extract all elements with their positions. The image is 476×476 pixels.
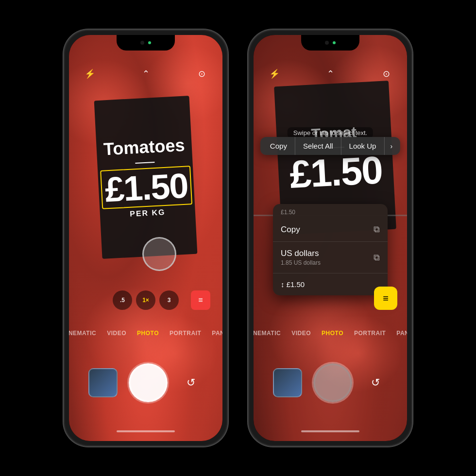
zoom-05-button[interactable]: .5: [113, 290, 132, 310]
dropdown-usd-label: US dollars: [281, 249, 374, 258]
live-text-symbol-1: ≡: [198, 296, 203, 305]
notch-mic-2: [333, 41, 336, 44]
dropdown-usd-item[interactable]: US dollars 1.85 US dollars ⧉: [273, 242, 388, 273]
mode-cinematic-1[interactable]: CINEMATIC: [69, 330, 96, 337]
price-outline-1: £1.50: [100, 166, 192, 209]
flip-button-2[interactable]: ↺: [363, 371, 388, 395]
live-text-badge-icon: ≡: [383, 293, 389, 304]
dropdown-convert-item[interactable]: ↕ £1.50: [273, 273, 388, 295]
live-text-badge-2[interactable]: ≡: [374, 287, 397, 310]
mode-pano-2[interactable]: PANO: [396, 330, 407, 337]
camera-top-controls-2: ⚡ ⌃ ⊙: [254, 62, 407, 86]
flash-button-1[interactable]: ⚡: [81, 65, 99, 83]
sign-price-1: £1.50: [104, 168, 188, 207]
flash-button-2[interactable]: ⚡: [266, 65, 283, 83]
camera-modes-2: CINEMATIC VIDEO PHOTO PORTRAIT PANO: [254, 330, 407, 337]
camera-bottom-1: ↺: [69, 363, 222, 402]
mode-pano-1[interactable]: PANO: [212, 330, 222, 337]
phone-2: Tomat £1.50 ⚡ ⌃ ⊙ Swipe or tap to select…: [248, 29, 413, 447]
flip-icon-1: ↺: [187, 376, 195, 389]
sign-unit-1: PER KG: [130, 208, 166, 219]
mode-photo-2[interactable]: PHOTO: [322, 330, 343, 337]
camera-viewfinder-1: Tomatoes £1.50 PER KG ⚡ ⌃: [69, 35, 222, 441]
zoom-1x-button[interactable]: 1×: [136, 290, 155, 310]
phone-1-screen: Tomatoes £1.50 PER KG ⚡ ⌃: [69, 35, 222, 441]
select-all-button[interactable]: Select All: [295, 137, 341, 155]
flip-icon-2: ↺: [371, 376, 380, 389]
phone-1: Tomatoes £1.50 PER KG ⚡ ⌃: [63, 29, 228, 447]
live-text-icon-1[interactable]: ≡: [191, 290, 210, 310]
copy-button[interactable]: Copy: [262, 137, 295, 155]
chevron-button-1[interactable]: ⌃: [137, 65, 154, 83]
notch-camera-1: [140, 41, 144, 45]
dropdown-copy-icon: ⧉: [374, 224, 380, 235]
settings-button-2[interactable]: ⊙: [377, 65, 395, 83]
dropdown-copy-text: Copy: [281, 225, 374, 235]
dropdown-convert-text: ↕ £1.50: [281, 280, 380, 289]
shutter-button-1[interactable]: [129, 363, 168, 402]
more-button[interactable]: ›: [384, 137, 398, 155]
camera-viewfinder-2: Tomat £1.50 ⚡ ⌃ ⊙ Swipe or tap to select…: [254, 35, 407, 441]
notch-2: [301, 35, 359, 51]
mode-cinematic-2[interactable]: CINEMATIC: [254, 330, 281, 337]
thumbnail-2[interactable]: [273, 368, 302, 397]
dropdown-copy-label: Copy: [281, 225, 374, 235]
settings-icon-1: ⊙: [198, 68, 205, 79]
look-up-button[interactable]: Look Up: [341, 137, 385, 155]
chevron-button-2[interactable]: ⌃: [322, 65, 339, 83]
zoom-3-button[interactable]: 3: [159, 290, 179, 310]
dropdown-panel: £1.50 Copy ⧉ US dollars 1.85 US dollars …: [273, 204, 388, 295]
shutter-button-2[interactable]: [313, 363, 352, 402]
mode-photo-1[interactable]: PHOTO: [137, 330, 159, 337]
dropdown-header: £1.50: [273, 204, 388, 218]
dropdown-convert-label: ↕ £1.50: [281, 280, 380, 289]
sign-price-2: £1.50: [289, 151, 383, 194]
context-menu-bar: Copy Select All Look Up ›: [260, 137, 400, 155]
camera-top-controls-1: ⚡ ⌃ ⊙: [69, 62, 222, 86]
dropdown-copy-item[interactable]: Copy ⧉: [273, 218, 388, 242]
camera-modes-1: CINEMATIC VIDEO PHOTO PORTRAIT PANO: [69, 330, 222, 337]
mode-video-2[interactable]: VIDEO: [291, 330, 311, 337]
notch-camera-2: [325, 41, 329, 45]
dropdown-usd-sub: 1.85 US dollars: [281, 259, 374, 266]
sign-title-1: Tomatoes: [103, 135, 185, 160]
notch-mic-1: [148, 41, 151, 44]
dropdown-usd-text: US dollars 1.85 US dollars: [281, 249, 374, 266]
notch-1: [117, 35, 175, 51]
price-sign-1: Tomatoes £1.50 PER KG: [94, 96, 198, 259]
flip-button-1[interactable]: ↺: [179, 371, 203, 395]
home-indicator-1: [117, 430, 175, 432]
zoom-controls-1: .5 1× 3: [113, 290, 179, 310]
phone-2-screen: Tomat £1.50 ⚡ ⌃ ⊙ Swipe or tap to select…: [254, 35, 407, 441]
chevron-icon-1: ⌃: [142, 68, 150, 79]
camera-bottom-2: ↺: [254, 363, 407, 402]
mode-portrait-2[interactable]: PORTRAIT: [354, 330, 386, 337]
settings-button-1[interactable]: ⊙: [193, 65, 210, 83]
thumbnail-1[interactable]: [88, 368, 118, 397]
home-indicator-2: [301, 430, 359, 432]
flash-icon-1: ⚡: [85, 68, 95, 79]
magnifier-1: [142, 237, 176, 271]
dropdown-usd-icon: ⧉: [374, 253, 380, 263]
mode-video-1[interactable]: VIDEO: [107, 330, 126, 337]
mode-portrait-1[interactable]: PORTRAIT: [170, 330, 201, 337]
